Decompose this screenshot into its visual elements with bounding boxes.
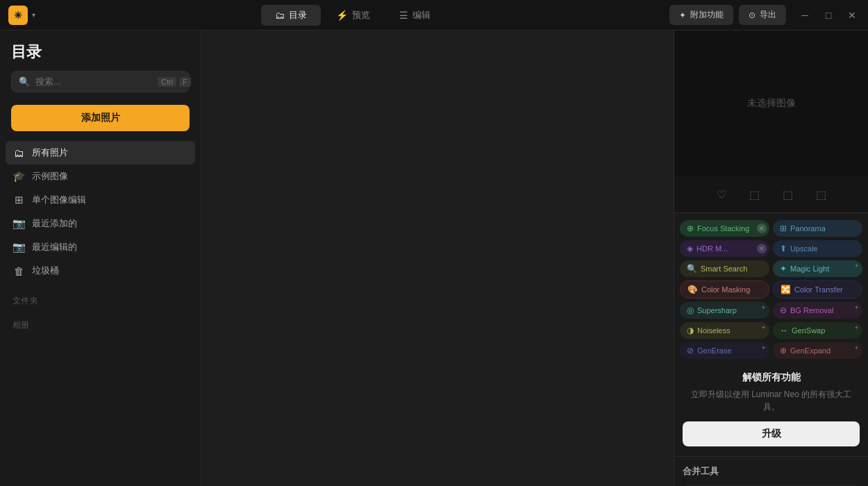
f-key: F bbox=[179, 77, 191, 87]
app-logo: ✳ bbox=[8, 6, 28, 25]
sidebar-item-label: 所有照片 bbox=[32, 146, 68, 159]
search-input[interactable] bbox=[35, 76, 152, 87]
unlock-desc: 立即升级以使用 Luminar Neo 的所有强大工具。 bbox=[683, 388, 860, 413]
feature-label: Smart Search bbox=[701, 265, 747, 273]
titlebar-right: ✦ 附加功能 ⊙ 导出 ─ □ ✕ bbox=[669, 5, 860, 25]
page-title: 目录 bbox=[11, 42, 190, 62]
feature-label: Color Masking bbox=[701, 285, 750, 294]
albums-label: 相册 bbox=[0, 310, 201, 334]
feature-pill-magic-light[interactable]: ✦ Magic Light + bbox=[773, 260, 862, 277]
hdr-close[interactable]: ✕ bbox=[757, 244, 767, 253]
titlebar-center: 🗂 目录 ⚡ 预览 ☰ 编辑 bbox=[261, 5, 444, 26]
sidebar-item-recently-edited[interactable]: 📷 最近编辑的 bbox=[6, 235, 195, 259]
sample-icon: 🎓 bbox=[12, 170, 25, 183]
color-transfer-icon: 🔀 bbox=[781, 285, 791, 294]
nav-tab-edit[interactable]: ☰ 编辑 bbox=[385, 5, 444, 26]
minimize-button[interactable]: ─ bbox=[797, 8, 812, 23]
sidebar-item-label: 单个图像编辑 bbox=[32, 194, 86, 206]
close-button[interactable]: ✕ bbox=[844, 8, 860, 23]
feature-label: BG Removal bbox=[790, 306, 833, 315]
panorama-icon: ⊞ bbox=[780, 224, 787, 233]
search-icon: 🔍 bbox=[19, 76, 30, 87]
generase-icon: ⊘ bbox=[687, 346, 694, 355]
feature-pill-color-transfer[interactable]: 🔀 Color Transfer bbox=[773, 280, 862, 299]
catalog-tab-label: 目录 bbox=[289, 9, 307, 22]
feature-label: Focus Stacking bbox=[697, 224, 749, 233]
recently-edited-icon: 📷 bbox=[12, 241, 25, 253]
favorite-button[interactable]: ♡ bbox=[710, 183, 733, 206]
feature-pill-noiseless[interactable]: ◑ Noiseless + bbox=[680, 322, 769, 339]
catalog-icon: 🗂 bbox=[275, 10, 285, 21]
nav-tab-catalog[interactable]: 🗂 目录 bbox=[261, 5, 321, 26]
generase-badge: + bbox=[762, 344, 765, 351]
feature-pill-generase[interactable]: ⊘ GenErase + bbox=[680, 342, 769, 359]
feature-label: HDR M... bbox=[696, 244, 728, 253]
sidebar: 目录 🔍 Ctrl F 添加照片 🗂 所有照片 🎓 示例图像 ⊞ bbox=[0, 31, 201, 486]
edit-tab-label: 编辑 bbox=[412, 9, 431, 22]
feature-label: GenErase bbox=[697, 346, 732, 355]
export-button[interactable]: ⊙ 导出 bbox=[739, 5, 786, 25]
preview-tab-label: 预览 bbox=[352, 9, 370, 22]
search-shortcut: Ctrl F bbox=[158, 77, 191, 87]
merge-tools-title: 合并工具 bbox=[683, 465, 860, 478]
sidebar-item-trash[interactable]: 🗑 垃圾桶 bbox=[6, 259, 195, 283]
feature-pill-genexpand[interactable]: ⊕ GenExpand + bbox=[773, 342, 862, 359]
genswap-icon: ↔ bbox=[780, 326, 788, 335]
bg-removal-badge: + bbox=[855, 304, 858, 311]
feature-pill-focus-stacking[interactable]: ⊕ Focus Stacking ✕ bbox=[680, 220, 769, 237]
sidebar-item-label: 最近编辑的 bbox=[32, 241, 77, 253]
upgrade-button[interactable]: 升级 bbox=[683, 421, 860, 446]
addons-button[interactable]: ✦ 附加功能 bbox=[669, 5, 733, 25]
export-icon: ⊙ bbox=[749, 10, 756, 20]
preview-area: 未选择图像 bbox=[674, 31, 868, 176]
magic-light-badge: + bbox=[855, 262, 858, 269]
focus-stacking-icon: ⊕ bbox=[687, 224, 694, 233]
sidebar-item-single-edit[interactable]: ⊞ 单个图像编辑 bbox=[6, 188, 195, 212]
feature-pill-panorama[interactable]: ⊞ Panorama bbox=[773, 220, 862, 237]
feature-pill-color-masking[interactable]: 🎨 Color Masking bbox=[680, 280, 769, 299]
bg-removal-icon: ⊖ bbox=[780, 305, 787, 315]
focus-stacking-close[interactable]: ✕ bbox=[757, 224, 767, 233]
feature-pill-hdr[interactable]: ◈ HDR M... ✕ bbox=[680, 240, 769, 257]
app-chevron-icon: ▾ bbox=[32, 11, 35, 19]
maximize-button[interactable]: □ bbox=[821, 8, 836, 23]
search-box[interactable]: 🔍 Ctrl F bbox=[11, 71, 190, 92]
hdr-icon: ◈ bbox=[687, 244, 693, 253]
upgrade-section: 解锁所有功能 立即升级以使用 Luminar Neo 的所有强大工具。 升级 bbox=[674, 362, 868, 456]
sidebar-item-all-photos[interactable]: 🗂 所有照片 bbox=[6, 141, 195, 165]
feature-pill-supersharp[interactable]: ◎ Supersharp + bbox=[680, 302, 769, 319]
feature-pill-bg-removal[interactable]: ⊖ BG Removal + bbox=[773, 302, 862, 319]
preview-icon: ⚡ bbox=[336, 10, 348, 21]
unlock-title: 解锁所有功能 bbox=[683, 371, 860, 384]
feature-pill-upscale[interactable]: ⬆ Upscale bbox=[773, 240, 862, 257]
magic-light-icon: ✦ bbox=[780, 264, 787, 274]
copy-button[interactable]: ⬚ bbox=[744, 183, 766, 206]
recently-added-icon: 📷 bbox=[12, 217, 25, 230]
ctrl-key: Ctrl bbox=[158, 77, 176, 87]
sidebar-item-sample-images[interactable]: 🎓 示例图像 bbox=[6, 165, 195, 188]
info-button[interactable]: ⬚ bbox=[810, 183, 833, 206]
smart-search-icon: 🔍 bbox=[687, 264, 697, 274]
no-image-text: 未选择图像 bbox=[747, 97, 796, 110]
titlebar-left: ✳ ▾ bbox=[8, 6, 35, 25]
sidebar-item-recently-added[interactable]: 📷 最近添加的 bbox=[6, 212, 195, 235]
center-area bbox=[201, 31, 674, 486]
feature-label: Noiseless bbox=[697, 326, 731, 335]
preview-actions: ♡ ⬚ ⬚ ⬚ bbox=[674, 176, 868, 213]
upscale-icon: ⬆ bbox=[780, 244, 787, 253]
sidebar-item-label: 示例图像 bbox=[32, 170, 68, 183]
feature-pill-smart-search[interactable]: 🔍 Smart Search bbox=[680, 260, 769, 277]
feature-pill-genswap[interactable]: ↔ GenSwap + bbox=[773, 322, 862, 339]
trash-icon: 🗑 bbox=[12, 265, 25, 277]
win-controls: ─ □ ✕ bbox=[797, 8, 860, 23]
sidebar-header: 目录 🔍 Ctrl F bbox=[0, 31, 201, 98]
feature-label: Supersharp bbox=[697, 306, 737, 315]
nav-tab-preview[interactable]: ⚡ 预览 bbox=[322, 5, 384, 26]
paste-button[interactable]: ⬚ bbox=[777, 183, 799, 206]
sidebar-nav: 🗂 所有照片 🎓 示例图像 ⊞ 单个图像编辑 📷 最近添加的 📷 最近编辑的 🗑 bbox=[0, 138, 201, 285]
feature-label: Panorama bbox=[790, 224, 826, 233]
genswap-badge: + bbox=[855, 324, 858, 331]
add-photos-button[interactable]: 添加照片 bbox=[11, 105, 190, 131]
genexpand-icon: ⊕ bbox=[780, 346, 787, 355]
noiseless-icon: ◑ bbox=[687, 326, 694, 335]
